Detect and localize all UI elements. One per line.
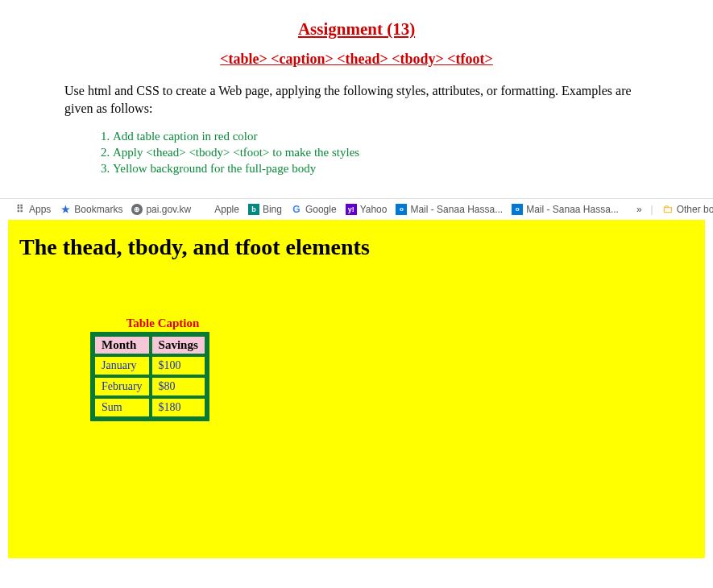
intro-text: Use html and CSS to create a Web page, a…	[64, 82, 649, 118]
bookmark-item[interactable]: ★ Bookmarks	[60, 204, 122, 215]
bookmark-item[interactable]: ⊕ pai.gov.kw	[131, 204, 191, 215]
folder-icon: 🗀	[662, 204, 674, 215]
table-header-row: Month Savings	[94, 336, 205, 354]
table-cell: $80	[151, 377, 205, 396]
bookmark-label: Mail - Sanaa Hassa...	[526, 204, 619, 215]
bookmark-label: Bookmarks	[74, 204, 122, 215]
table-row: Sum $180	[94, 398, 205, 417]
bookmark-item[interactable]: o Mail - Sanaa Hassa...	[512, 204, 619, 215]
bookmark-item[interactable]: G Google	[291, 204, 337, 215]
bookmarks-bar: ⠿ Apps ★ Bookmarks ⊕ pai.gov.kw Apple b …	[0, 198, 713, 220]
bookmark-item[interactable]: o Mail - Sanaa Hassa...	[396, 204, 503, 215]
yahoo-icon: y!	[346, 204, 357, 215]
outlook-icon: o	[396, 204, 407, 215]
apple-icon	[200, 204, 211, 215]
assignment-subtitle: <table> <caption> <thead> <tbody> <tfoot…	[64, 51, 649, 68]
page-heading: The thead, tbody, and tfoot elements	[19, 234, 694, 260]
google-icon: G	[291, 204, 302, 215]
apps-icon: ⠿	[15, 204, 26, 215]
table-cell: $180	[151, 398, 205, 417]
bookmark-label: Google	[305, 204, 337, 215]
outlook-icon: o	[512, 204, 523, 215]
bookmark-item[interactable]: Apple	[200, 204, 239, 215]
assignment-title: Assignment (13)	[64, 19, 649, 39]
globe-icon: ⊕	[131, 204, 143, 215]
star-icon: ★	[60, 204, 71, 215]
other-bookmarks[interactable]: 🗀 Other bookmarks	[662, 204, 713, 215]
bookmark-item[interactable]: y! Yahoo	[346, 204, 388, 215]
table-header-cell: Savings	[151, 336, 205, 354]
apps-button[interactable]: ⠿ Apps	[15, 204, 51, 215]
other-bookmarks-label: Other bookmarks	[677, 204, 713, 215]
table-row: February $80	[94, 377, 205, 396]
bookmark-label: Yahoo	[360, 204, 388, 215]
apps-label: Apps	[29, 204, 51, 215]
bookmark-label: Bing	[263, 204, 282, 215]
steps-list: Add table caption in red color Apply <th…	[64, 130, 649, 176]
table-header-cell: Month	[94, 336, 150, 354]
bookmark-label: Apple	[214, 204, 239, 215]
bing-icon: b	[248, 204, 259, 215]
step-item: Add table caption in red color	[113, 130, 649, 143]
overflow-icon[interactable]: »	[636, 204, 642, 215]
table-cell: February	[94, 377, 150, 396]
table-cell: $100	[151, 356, 205, 375]
table-cell: Sum	[94, 398, 150, 417]
step-item: Apply <thead> <tbody> <tfoot> to make th…	[113, 146, 649, 159]
bookmark-item[interactable]: b Bing	[248, 204, 282, 215]
table-row: January $100	[94, 356, 205, 375]
step-item: Yellow background for the full-page body	[113, 162, 649, 176]
table-caption: Table Caption	[90, 317, 235, 330]
rendered-page: The thead, tbody, and tfoot elements Tab…	[8, 220, 705, 558]
example-table: Month Savings January $100 February $80 …	[90, 332, 209, 421]
bookmark-label: Mail - Sanaa Hassa...	[410, 204, 503, 215]
bookmark-label: pai.gov.kw	[146, 204, 191, 215]
table-cell: January	[94, 356, 150, 375]
separator: |	[651, 204, 653, 215]
